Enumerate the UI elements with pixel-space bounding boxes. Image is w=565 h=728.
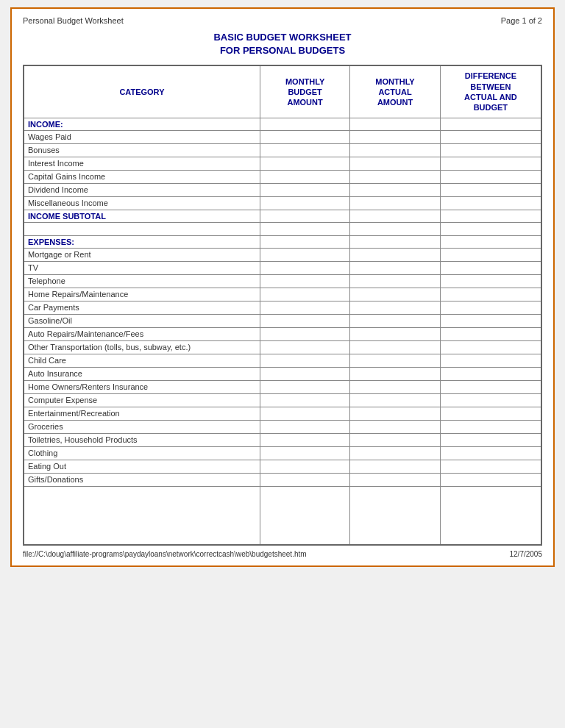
budget-table: CATEGORY MONTHLYBUDGETAMOUNT MONTHLYACTU… xyxy=(23,65,542,546)
table-row: Child Care xyxy=(24,354,541,367)
col-header-difference: DIFFERENCEBETWEENACTUAL ANDBUDGET xyxy=(440,65,541,118)
table-row: Clothing xyxy=(24,446,541,460)
table-row: Miscellaneous Income xyxy=(24,196,541,210)
footer-url: file://C:\doug\affiliate-programs\payday… xyxy=(23,550,307,558)
table-row: Toiletries, Household Products xyxy=(24,433,541,446)
table-header-row: CATEGORY MONTHLYBUDGETAMOUNT MONTHLYACTU… xyxy=(24,65,541,118)
col-header-monthly-actual: MONTHLYACTUALAMOUNT xyxy=(350,65,440,118)
table-row: Home Repairs/Maintenance xyxy=(24,288,541,301)
table-row: Computer Expense xyxy=(24,393,541,407)
table-row: Wages Paid xyxy=(24,130,541,143)
table-row: Capital Gains Income xyxy=(24,170,541,183)
table-row: Entertainment/Recreation xyxy=(24,407,541,420)
table-row: Gasoline/Oil xyxy=(24,314,541,327)
expenses-section-label: EXPENSES: xyxy=(24,235,541,248)
doc-title: Personal Budget Worksheet xyxy=(23,16,124,25)
table-row: Car Payments xyxy=(24,301,541,314)
table-row: Interest Income xyxy=(24,157,541,170)
separator-row xyxy=(24,222,541,235)
table-row: Gifts/Donations xyxy=(24,473,541,486)
table-row: Other Transportation (tolls, bus, subway… xyxy=(24,340,541,354)
income-subtotal-row: INCOME SUBTOTAL xyxy=(24,210,541,222)
main-title: BASIC BUDGET WORKSHEET FOR PERSONAL BUDG… xyxy=(23,31,542,57)
footer-date: 12/7/2005 xyxy=(510,550,543,558)
table-row: Dividend Income xyxy=(24,183,541,196)
page-number: Page 1 of 2 xyxy=(501,16,542,25)
table-row: Mortgage or Rent xyxy=(24,248,541,261)
page-footer: file://C:\doug\affiliate-programs\payday… xyxy=(23,550,542,558)
col-header-monthly-budget: MONTHLYBUDGETAMOUNT xyxy=(260,65,349,118)
income-section-label: INCOME: xyxy=(24,118,541,130)
table-row: TV xyxy=(24,261,541,274)
table-row: Groceries xyxy=(24,420,541,433)
page-container: Personal Budget Worksheet Page 1 of 2 BA… xyxy=(10,7,555,567)
table-row: Auto Repairs/Maintenance/Fees xyxy=(24,327,541,340)
table-row: Eating Out xyxy=(24,460,541,473)
table-row: Bonuses xyxy=(24,143,541,157)
table-row: Auto Insurance xyxy=(24,367,541,380)
table-row: Telephone xyxy=(24,274,541,288)
page-header: Personal Budget Worksheet Page 1 of 2 xyxy=(23,16,542,25)
col-header-category: CATEGORY xyxy=(24,65,260,118)
bottom-empty-row xyxy=(24,486,541,545)
table-row: Home Owners/Renters Insurance xyxy=(24,380,541,393)
